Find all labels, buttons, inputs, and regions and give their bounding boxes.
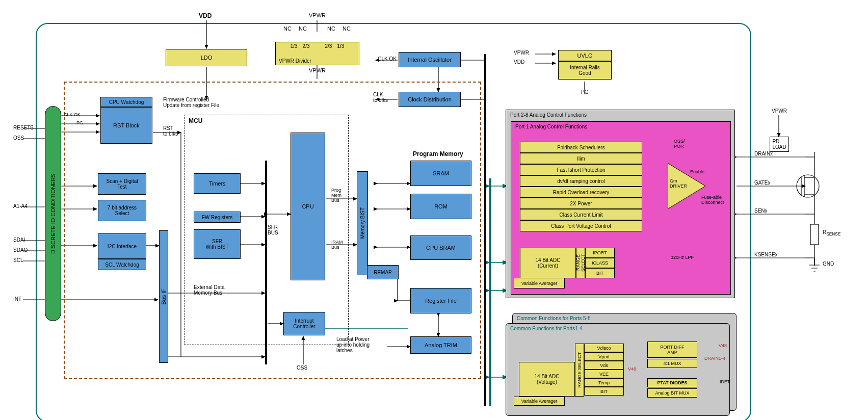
sram-label: SRAM bbox=[433, 170, 449, 176]
label-vpwr-top: VPWR bbox=[309, 12, 326, 18]
port-func-1: Ilim bbox=[520, 153, 642, 164]
block-scan-digital: Scan + Digital Test bbox=[98, 173, 146, 195]
sfr-bus-label: SFR BUS bbox=[268, 224, 278, 235]
label-vdd: VDD bbox=[199, 12, 212, 19]
atrim-label: Analog TRIM bbox=[425, 342, 457, 348]
scan-label: Scan + Digital Test bbox=[107, 178, 138, 190]
cpu-label: CPU bbox=[302, 203, 313, 209]
block-41mux: 4:1 MUX bbox=[647, 359, 697, 368]
block-rails-good: Internal Rails Good bbox=[558, 61, 612, 80]
block-cpu-sram: CPU SRAM bbox=[410, 235, 471, 260]
bus-bar-analog bbox=[489, 178, 491, 406]
label-ext-vpwr: VPWR bbox=[772, 108, 787, 114]
divider-13a: 1/3 bbox=[291, 43, 298, 49]
sfr-bist-label: SFR With BIST bbox=[205, 239, 228, 250]
bus-if-label: Bus IF bbox=[161, 288, 167, 305]
port-func-0: Foldback Schedulers bbox=[520, 142, 642, 153]
rom-label: ROM bbox=[434, 203, 448, 209]
common58-title: Common Functions for Ports 5-8 bbox=[517, 316, 591, 321]
label-gnd: GND bbox=[823, 261, 834, 267]
divider-13b: 1/3 bbox=[337, 43, 344, 49]
rst-block-label: RST Block bbox=[113, 122, 140, 128]
block-bit: BIT bbox=[585, 268, 615, 278]
row-vee: VEE bbox=[584, 370, 624, 378]
port1-title: Port 1 Analog Control Functions bbox=[515, 124, 587, 129]
divider-23b: 2/3 bbox=[325, 43, 332, 49]
row-vport: Vport bbox=[584, 352, 624, 361]
block-interrupt-controller: Interrupt Controller bbox=[283, 312, 325, 335]
cpu-wd-label: CPU Watchdog bbox=[109, 99, 144, 105]
block-iclass: ICLASS bbox=[585, 258, 615, 268]
pin-int: INT bbox=[13, 296, 21, 302]
block-remap: REMAP bbox=[367, 265, 399, 279]
addr-label: 7 bit address Select bbox=[108, 205, 137, 216]
label-ksensex: KSENSEx bbox=[754, 252, 778, 257]
label-vpwr-uvlo: VPWR bbox=[514, 50, 529, 56]
label-drain14: DRAIN1-4 bbox=[704, 356, 725, 361]
block-i2c: I2C Interface bbox=[98, 233, 146, 259]
block-analog-trim: Analog TRIM bbox=[410, 336, 471, 354]
port-func-6: Class Current Limit bbox=[520, 209, 642, 220]
pin-a1a4: A1-A4 bbox=[13, 203, 28, 209]
ext-bus-label: External Data Memory Bus bbox=[194, 284, 225, 296]
block-bus-if: Bus IF bbox=[159, 230, 168, 363]
sfr-bus-bar bbox=[265, 161, 267, 364]
port-func-stack: Foldback Schedulers Ilim Fast Ishort Pro… bbox=[520, 142, 642, 231]
block-adc-current: 14 Bit ADC (Current) bbox=[520, 248, 576, 278]
label-clk-ok: CLK OK bbox=[373, 56, 397, 62]
block-pd-load: PD LOAD bbox=[770, 137, 789, 152]
label-pg-out: PG bbox=[581, 89, 588, 95]
ldo-label: LDO bbox=[201, 55, 213, 61]
block-cpu-watchdog: CPU Watchdog bbox=[100, 97, 152, 107]
rails-good-label: Internal Rails Good bbox=[570, 65, 599, 76]
label-senx: SENx bbox=[754, 208, 768, 214]
block-internal-oscillator: Internal Oscillator bbox=[399, 52, 461, 67]
intc-label: Interrupt Controller bbox=[293, 318, 315, 329]
label-nc4: NC bbox=[343, 25, 351, 32]
diagram-canvas: VDD VPWR NC NC NC NC LDO 1/3 2/3 2/3 1/3… bbox=[10, 10, 868, 420]
block-rom: ROM bbox=[410, 194, 471, 219]
adc-i-rsel-label: RANGE SELECT bbox=[575, 254, 586, 272]
block-vpwr-divider: 1/3 2/3 2/3 1/3 VPWR Divider bbox=[275, 42, 359, 65]
cpu-sram-label: CPU SRAM bbox=[426, 245, 456, 251]
vpwr-out-label: VPWR bbox=[309, 67, 326, 73]
row-vdisco: Vdisco bbox=[584, 344, 624, 352]
iram-bus-label: IRAM Bus bbox=[331, 240, 343, 250]
row-temp: Temp bbox=[584, 378, 624, 387]
fw-note: Firmware Controlled Update from register… bbox=[163, 97, 219, 108]
adc-i-label: 14 Bit ADC (Current) bbox=[536, 257, 561, 269]
scl-wd-label: SCL Watchdog bbox=[105, 262, 139, 268]
adc-v-rows: Vdisco Vport Vds VEE Temp BIT bbox=[584, 344, 624, 396]
block-fw-registers: FW Registers bbox=[194, 212, 241, 223]
pin-clk-ok-in: CLK OK bbox=[64, 112, 81, 117]
bus-bar-main bbox=[484, 54, 486, 406]
fw-reg-label: FW Registers bbox=[202, 215, 233, 220]
port-func-4: Rapid Overload recovery bbox=[520, 187, 642, 198]
rst-to-blks: RST to blks bbox=[163, 125, 178, 137]
port-func-5: 2X Power bbox=[520, 198, 642, 209]
block-adc-voltage: 14 Bit ADC (Voltage) bbox=[519, 362, 575, 397]
svg-point-49 bbox=[797, 175, 819, 197]
pin-pg-in: PG bbox=[76, 120, 83, 125]
port28-title: Port 2-8 Analog Control Functions bbox=[510, 112, 587, 118]
pin-resetb: RESETB bbox=[13, 125, 34, 130]
svg-rect-57 bbox=[810, 224, 819, 245]
pin-sdao: SDAO bbox=[13, 247, 28, 253]
divider-23a: 2/3 bbox=[303, 43, 310, 49]
adc-v-label: 14 Bit ADC (Voltage) bbox=[535, 374, 560, 385]
label-drainx: DRAINx bbox=[754, 151, 773, 156]
label-rsense: RSENSE bbox=[823, 229, 840, 237]
remap-label: REMAP bbox=[374, 270, 392, 275]
timers-label: Timers bbox=[208, 180, 225, 187]
regfile-label: Register File bbox=[425, 298, 457, 304]
block-port-diff-amp: PORT DIFF AMP bbox=[647, 342, 697, 358]
block-adc-i-rangesel: RANGE SELECT bbox=[576, 248, 585, 278]
block-adc-i-avg: Variable Averager bbox=[514, 278, 565, 288]
pin-oss: OSS bbox=[13, 135, 24, 141]
block-7bit-addr: 7 bit address Select bbox=[98, 200, 146, 221]
prog-bus-label: Prog Mem Bus bbox=[331, 188, 341, 203]
vpwr-divider-label: VPWR Divider bbox=[279, 58, 311, 64]
uvlo-label: UVLO bbox=[577, 52, 593, 59]
row-bit: BIT bbox=[584, 387, 624, 396]
port-func-3: dv/dt ramping control bbox=[520, 175, 642, 187]
